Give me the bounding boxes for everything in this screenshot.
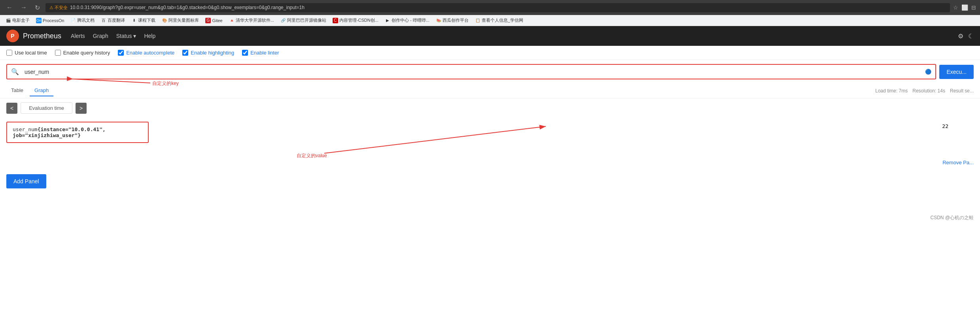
prometheus-logo: P — [6, 30, 19, 42]
bookmark-tsinghua[interactable]: 🔺 清华大学开源软件... — [227, 17, 276, 24]
bookmark-label: 清华大学开源软件... — [236, 17, 274, 23]
tencent-favicon: 📄 — [70, 18, 76, 23]
execute-button[interactable]: Execu... — [939, 65, 974, 79]
result-metric: user_num{instance="10.0.0.41", job="xinj… — [13, 126, 142, 138]
reload-button[interactable]: ↻ — [32, 3, 42, 12]
course-favicon: ⬇ — [131, 18, 137, 23]
baidu-favicon: 百 — [101, 18, 106, 23]
settings-icon[interactable]: ⚙ — [958, 32, 963, 40]
bookmark-movie[interactable]: 🎬 电影盒子 — [3, 17, 32, 24]
query-input-wrapper: 🔍 🔵 — [6, 64, 936, 79]
bilibili-favicon: ▶ — [385, 18, 390, 23]
eval-time-label: Evaluation time — [21, 102, 72, 114]
enable-query-history-label: Enable query history — [63, 50, 110, 56]
eval-next-button[interactable]: > — [76, 103, 87, 114]
enable-autocomplete-label: Enable autocomplete — [126, 50, 174, 56]
footer: CSDN @心机の之蛙 — [0, 211, 980, 225]
tab-graph[interactable]: Graph — [30, 85, 53, 96]
result-row: user_num{instance="10.0.0.41", job="xinj… — [6, 122, 149, 143]
xuexin-favicon: 📋 — [475, 18, 481, 23]
theme-icon[interactable]: ☾ — [968, 32, 974, 40]
nav-status[interactable]: Status ▾ — [116, 31, 136, 41]
bookmark-label: 创作中心 - 哔哩哔... — [392, 17, 429, 23]
footer-text: CSDN @心机の之蛙 — [930, 215, 974, 220]
nav-graph[interactable]: Graph — [93, 31, 108, 41]
search-icon: 🔍 — [7, 65, 23, 79]
bookmark-csdn[interactable]: C 内容管理-CSDN创... — [330, 17, 381, 24]
svg-line-4 — [324, 126, 546, 153]
enable-highlighting-option[interactable]: Enable highlighting — [182, 50, 234, 56]
bookmarks-bar: 🎬 电影盒子 On ProcessOn 📄 腾讯文档 百 百度翻译 ⬇ 课程下载… — [0, 15, 980, 26]
bookmark-gitee[interactable]: G Gitee — [203, 17, 225, 24]
tsinghua-favicon: 🔺 — [229, 18, 235, 23]
bookmark-label: 阿里矢量图标库 — [168, 17, 199, 23]
query-section: 🔍 🔵 Execu... 自定义的key — [0, 60, 980, 83]
bookmark-label: 阿里巴巴开源镜像站 — [287, 17, 326, 23]
bookmark-xuexin[interactable]: 📋 查看个人信息_学信网 — [473, 17, 526, 24]
bookmark-label: 百度翻译 — [108, 17, 125, 23]
star-icon[interactable]: ☆ — [953, 4, 958, 11]
prometheus-navbar: P Prometheus Alerts Graph Status ▾ Help … — [0, 26, 980, 46]
bookmark-bilibili[interactable]: ▶ 创作中心 - 哔哩哔... — [382, 17, 432, 24]
bookmark-course[interactable]: ⬇ 课程下载 — [129, 17, 158, 24]
add-panel-area: Add Panel — [0, 168, 980, 195]
forward-button[interactable]: → — [18, 3, 29, 12]
processon-favicon: On — [36, 18, 42, 23]
bookmark-label: 课程下载 — [138, 17, 155, 23]
browser-chrome: ← → ↻ ⚠ 不安全 10.0.0.31:9090/graph?g0.expr… — [0, 0, 980, 15]
bookmark-xigua[interactable]: 🍉 西瓜创作平台 — [433, 17, 471, 24]
csdn-favicon: C — [333, 18, 338, 23]
enable-highlighting-checkbox[interactable] — [182, 50, 188, 56]
enable-autocomplete-option[interactable]: Enable autocomplete — [118, 50, 174, 56]
enable-query-history-option[interactable]: Enable query history — [55, 50, 110, 56]
ali-icons-favicon: 🎨 — [162, 18, 167, 23]
bookmark-processon[interactable]: On ProcessOn — [34, 17, 66, 24]
alibaba-favicon: 🔗 — [280, 18, 286, 23]
enable-linter-option[interactable]: Enable linter — [242, 50, 279, 56]
bookmark-label: 腾讯文档 — [77, 17, 95, 23]
browser-actions: ☆ ⬜ ⊟ — [953, 4, 976, 11]
bookmark-label: Gitee — [212, 18, 222, 23]
metric-lookup-icon[interactable]: 🔵 — [921, 66, 935, 78]
query-area: 🔍 🔵 Execu... — [0, 60, 980, 83]
extension-icon[interactable]: ⬜ — [961, 4, 968, 11]
menu-icon[interactable]: ⊟ — [971, 4, 976, 11]
eval-prev-button[interactable]: < — [6, 103, 17, 114]
query-input[interactable] — [23, 66, 921, 78]
bookmark-ali-icons[interactable]: 🎨 阿里矢量图标库 — [159, 17, 201, 24]
nav-items: Alerts Graph Status ▾ Help — [71, 31, 155, 41]
remove-panel-link[interactable]: Remove Pa... — [942, 160, 974, 166]
nav-help[interactable]: Help — [144, 31, 155, 41]
bookmark-tencent-doc[interactable]: 📄 腾讯文档 — [68, 17, 97, 24]
security-icon: ⚠ 不安全 — [49, 5, 68, 11]
gitee-favicon: G — [205, 18, 211, 23]
xigua-favicon: 🍉 — [436, 18, 441, 23]
load-time: Load time: 7ms — [875, 88, 908, 94]
results-area: user_num{instance="10.0.0.41", job="xinj… — [0, 118, 980, 157]
nav-alerts[interactable]: Alerts — [71, 31, 85, 41]
use-local-time-checkbox[interactable] — [6, 50, 12, 56]
tab-table[interactable]: Table — [6, 85, 28, 96]
bookmark-baidu-trans[interactable]: 百 百度翻译 — [98, 17, 127, 24]
enable-query-history-checkbox[interactable] — [55, 50, 61, 56]
logo-area: P Prometheus — [6, 30, 61, 42]
add-panel-button[interactable]: Add Panel — [6, 174, 46, 188]
enable-highlighting-label: Enable highlighting — [191, 50, 234, 56]
tabs-right: Load time: 7ms Resolution: 14s Result se… — [875, 88, 974, 94]
address-text: 10.0.0.31:9090/graph?g0.expr=user_num&g0… — [70, 5, 305, 10]
address-bar[interactable]: ⚠ 不安全 10.0.0.31:9090/graph?g0.expr=user_… — [45, 3, 950, 12]
bookmark-alibaba-mirror[interactable]: 🔗 阿里巴巴开源镜像站 — [278, 17, 329, 24]
use-local-time-label: Use local time — [15, 50, 47, 56]
result-series: Result se... — [950, 88, 974, 94]
remove-panel-area[interactable]: Remove Pa... — [0, 157, 980, 168]
enable-linter-checkbox[interactable] — [242, 50, 248, 56]
eval-time-area: < Evaluation time > — [0, 98, 980, 118]
use-local-time-option[interactable]: Use local time — [6, 50, 47, 56]
bookmark-label: 查看个人信息_学信网 — [482, 17, 523, 23]
tabs-left: Table Graph — [6, 85, 53, 96]
enable-linter-label: Enable linter — [250, 50, 279, 56]
tabs-area: Table Graph Load time: 7ms Resolution: 1… — [0, 83, 980, 98]
back-button[interactable]: ← — [4, 3, 15, 12]
enable-autocomplete-checkbox[interactable] — [118, 50, 124, 56]
nav-icons: ⚙ ☾ — [958, 32, 974, 40]
